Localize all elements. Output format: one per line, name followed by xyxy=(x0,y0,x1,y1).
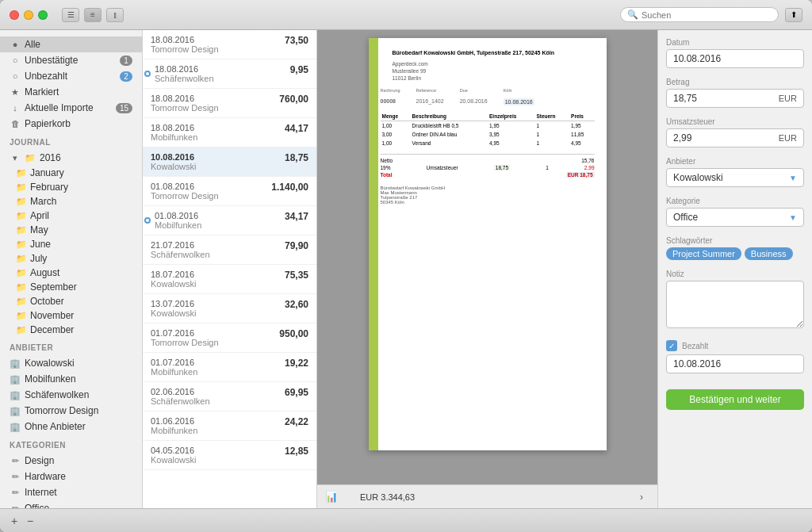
titlebar: ☰ ≡ ⫿ 🔍 ⬆ xyxy=(0,0,812,30)
transaction-item[interactable]: 10.08.2016 Kowalowski 18,75 xyxy=(143,147,316,177)
sidebar-item-november[interactable]: 📁 November xyxy=(0,308,142,323)
folder-nov-icon: 📁 xyxy=(16,311,27,321)
sidebar-item-march[interactable]: 📁 March xyxy=(0,194,142,209)
bezahlt-field-group: ✓ Bezahlt 10.08.2016 xyxy=(666,340,804,373)
sidebar-item-2016[interactable]: ▾ 📁 2016 xyxy=(0,150,142,166)
search-input[interactable] xyxy=(642,10,772,20)
minimize-button[interactable] xyxy=(24,10,33,20)
transaction-list-total: EUR 3.344,63 xyxy=(360,492,415,502)
sidebar-item-ohne-anbieter[interactable]: 🏢 Ohne Anbieter xyxy=(0,419,142,434)
list-view-icon[interactable]: ≡ xyxy=(84,8,102,22)
transaction-item[interactable]: 18.07.2016 Kowalowski 75,35 xyxy=(143,265,316,294)
sidebar-item-may[interactable]: 📁 May xyxy=(0,223,142,237)
datum-value[interactable]: 10.08.2016 xyxy=(666,49,804,68)
umsatzsteuer-value[interactable]: 2,99 EUR xyxy=(666,128,804,147)
doc-footer: Bürobedarf Kowalowski GmbH Max Musterman… xyxy=(381,186,595,205)
transaction-item[interactable]: 04.05.2016 Kowalowski 12,85 xyxy=(143,441,316,470)
transaction-item[interactable]: 01.07.2016 Mobilfunken 19,22 xyxy=(143,353,316,382)
anbieter-kowalowski-label: Kowalowski xyxy=(25,358,75,369)
anbieter-field-group: Anbieter Kowalowski ▼ xyxy=(666,157,804,187)
betrag-value[interactable]: 18,75 EUR xyxy=(666,89,804,108)
add-button[interactable]: + xyxy=(8,515,21,527)
sidebar-item-office[interactable]: ✏ Office xyxy=(0,500,142,508)
doc-navigate-right[interactable]: › xyxy=(634,489,649,505)
doc-green-accent xyxy=(369,38,378,450)
sidebar-toggle-icon[interactable]: ☰ xyxy=(62,8,79,22)
transaction-item[interactable]: 21.07.2016 Schäfenwolken 79,90 xyxy=(143,235,316,265)
anbieter-mobilfunken-label: Mobilfunken xyxy=(25,373,76,385)
sidebar-item-august[interactable]: 📁 August xyxy=(0,266,142,280)
betrag-text: 18,75 xyxy=(673,93,697,104)
remove-button[interactable]: − xyxy=(24,515,36,527)
notiz-textarea[interactable] xyxy=(666,281,804,328)
close-button[interactable] xyxy=(10,10,19,20)
anbieter-select-value: Kowalowski xyxy=(673,172,723,183)
transaction-item[interactable]: 01.06.2016 Mobilfunken 24,22 xyxy=(143,411,316,441)
sidebar-item-schaefenwolken[interactable]: 🏢 Schäfenwolken xyxy=(0,387,142,403)
transaction-item[interactable]: 02.06.2016 Schäfenwolken 69,95 xyxy=(143,382,316,411)
transaction-amount: 34,17 xyxy=(285,211,308,222)
cell-einzelpreis: 4,95 xyxy=(488,139,534,147)
transaction-item[interactable]: 18.08.2016 Mobilfunken 44,17 xyxy=(143,118,316,147)
anbieter-select[interactable]: Kowalowski ▼ xyxy=(666,168,804,187)
unread-dot xyxy=(144,71,151,77)
transaction-item[interactable]: 13.07.2016 Kowalowski 32,60 xyxy=(143,294,316,323)
sidebar-item-mobilfunken[interactable]: 🏢 Mobilfunken xyxy=(0,371,142,387)
sidebar-item-papierkorb[interactable]: 🗑 Papierkorb xyxy=(0,116,142,132)
transaction-amount: 12,85 xyxy=(285,446,308,457)
transaction-item[interactable]: 18.08.2016 Tomorrow Design 760,00 xyxy=(143,89,316,118)
sidebar-item-unbezahlt[interactable]: ○ Unbezahlt 2 xyxy=(0,68,142,84)
sidebar-item-june[interactable]: 📁 June xyxy=(0,237,142,251)
transaction-item[interactable]: 01.08.2016 Tomorrow Design 1.140,00 xyxy=(143,177,316,206)
columns-view-icon[interactable]: ⫿ xyxy=(106,8,124,22)
doc-totals: Netto 15,76 19% Umsatzsteuer 18,75 1 2,9… xyxy=(381,154,595,178)
transaction-item[interactable]: 18.08.2016 Tomorrow Design 73,50 xyxy=(143,30,316,59)
datum-field-group: Datum 10.08.2016 xyxy=(666,38,804,68)
total-label: Total xyxy=(381,172,393,178)
sidebar-item-february[interactable]: 📁 February xyxy=(0,180,142,194)
umsatzsteuer-text: 2,99 xyxy=(673,132,691,144)
reference-value: 2016_1402 xyxy=(416,98,444,104)
sidebar-item-alle[interactable]: ● Alle xyxy=(0,36,142,52)
transaction-item[interactable]: 01.08.2016 Mobilfunken 34,17 xyxy=(143,206,316,235)
bezahlt-checkbox[interactable]: ✓ xyxy=(666,340,677,351)
share-button[interactable]: ⬆ xyxy=(785,8,802,22)
sidebar-item-aktuelle-importe[interactable]: ↓ Aktuelle Importe 15 xyxy=(0,100,142,116)
kategorie-select[interactable]: Office ▼ xyxy=(666,208,804,227)
doc-recipient-address: Musterallee 9911012 Berlin xyxy=(393,67,595,82)
sidebar-item-internet[interactable]: ✏ Internet xyxy=(0,484,142,500)
due-value: 20.08.2016 xyxy=(460,98,488,104)
bezahlt-date[interactable]: 10.08.2016 xyxy=(666,354,804,373)
sidebar-item-kowalowski[interactable]: 🏢 Kowalowski xyxy=(0,355,142,371)
sidebar-item-september[interactable]: 📁 September xyxy=(0,280,142,294)
search-bar[interactable]: 🔍 xyxy=(620,7,779,22)
traffic-lights xyxy=(10,10,48,20)
transaction-item[interactable]: 01.07.2016 Tomorrow Design 950,00 xyxy=(143,323,316,353)
doc-location-block: Köln 10.08.2016 xyxy=(504,88,534,105)
folder-feb-icon: 📁 xyxy=(16,182,27,193)
cell-preis: 1,95 xyxy=(569,121,594,131)
sidebar-item-tomorrow-design[interactable]: 🏢 Tomorrow Design xyxy=(0,403,142,419)
notiz-field-group: Notiz xyxy=(666,270,804,331)
sidebar-item-design[interactable]: ✏ Design xyxy=(0,453,142,469)
sidebar-item-december[interactable]: 📁 December xyxy=(0,323,142,337)
tag-business[interactable]: Business xyxy=(745,247,793,260)
sidebar-item-hardware[interactable]: ✏ Hardware xyxy=(0,469,142,484)
tag-project-summer[interactable]: Project Summer xyxy=(666,247,741,260)
sidebar-item-markiert[interactable]: ★ Markiert xyxy=(0,84,142,100)
sidebar-item-april[interactable]: 📁 April xyxy=(0,209,142,223)
document-page: Bürobedarf Kowalowski GmbH, Tulpenstraße… xyxy=(369,38,607,450)
cat-design-icon: ✏ xyxy=(10,456,21,466)
transaction-item[interactable]: 18.08.2016 Schäfenwolken 9,95 xyxy=(143,59,316,89)
cell-menge: 1,00 xyxy=(381,139,411,147)
maximize-button[interactable] xyxy=(38,10,48,20)
sidebar-item-july[interactable]: 📁 July xyxy=(0,251,142,266)
march-label: March xyxy=(30,196,56,207)
sidebar-item-january[interactable]: 📁 January xyxy=(0,166,142,180)
anbieter-ohne-icon: 🏢 xyxy=(10,422,21,432)
transaction-amount: 73,50 xyxy=(285,35,308,46)
confirm-button[interactable]: Bestätigen und weiter xyxy=(666,389,804,410)
sidebar-item-october[interactable]: 📁 October xyxy=(0,294,142,308)
sidebar-item-unbestaetigt[interactable]: ○ Unbestätigte 1 xyxy=(0,52,142,68)
year-2016-label: 2016 xyxy=(40,152,61,163)
